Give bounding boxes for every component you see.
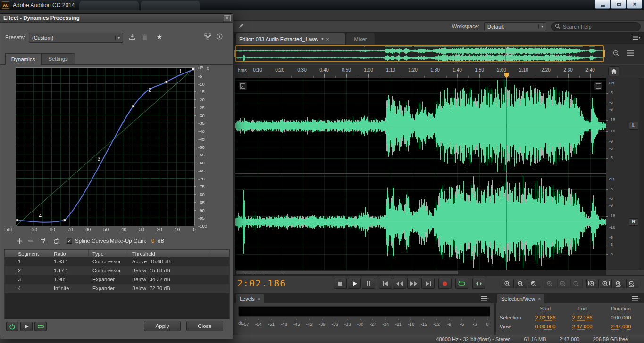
pause-button[interactable] [362, 278, 375, 289]
close-dialog-button[interactable]: Close [186, 321, 223, 331]
zoom-in-right-edge-button[interactable] [600, 279, 612, 288]
view-start-value[interactable]: 0:00.000 [527, 322, 564, 331]
delete-preset-icon[interactable] [142, 33, 148, 40]
preview-loop-button[interactable] [34, 322, 47, 331]
skip-to-start-button[interactable] [379, 278, 392, 289]
titlebar[interactable]: Au Adobe Audition CC 2014 × [0, 0, 644, 10]
spline-curves-checkbox[interactable]: ✓ [67, 238, 72, 244]
maximize-button[interactable] [611, 0, 626, 9]
overview-left-handle[interactable] [234, 50, 236, 57]
levels-panel-menu-icon[interactable] [481, 296, 489, 301]
selection-view-tab-close-icon[interactable]: × [538, 296, 541, 301]
invert-curve-icon[interactable] [39, 237, 49, 245]
zoom-full-button[interactable] [528, 279, 540, 288]
tab-settings[interactable]: Settings [41, 53, 75, 64]
display-options-icon[interactable] [626, 49, 635, 57]
segments-table-row[interactable]: 31.98:1ExpanderBelow -34.32 dB [5, 275, 229, 284]
vertical-zoom-strip[interactable] [639, 78, 644, 270]
dialog-titlebar[interactable]: Effect - Dynamics Processing × [0, 14, 233, 23]
zoom-vertical-out-button[interactable] [626, 279, 638, 288]
save-preset-icon[interactable] [129, 33, 135, 40]
tab-dynamics[interactable]: Dynamics [5, 53, 41, 65]
zoom-out-button[interactable] [515, 279, 527, 288]
dynamics-curve-plot[interactable]: 4321 [16, 68, 194, 226]
editor-tab-menu-arrow-icon[interactable]: ▾ [321, 37, 323, 41]
horizontal-scrollbar-handle[interactable] [236, 271, 458, 274]
favorite-star-icon[interactable]: ★ [156, 33, 162, 41]
bottom-panel-tab-strip: Levels × Selection/View × [234, 293, 644, 303]
channel-left-button[interactable]: L [629, 122, 638, 130]
db-scale-label: -9 [609, 235, 613, 240]
remove-point-icon[interactable] [26, 237, 35, 245]
close-button[interactable]: × [627, 0, 642, 9]
info-icon[interactable] [217, 33, 223, 40]
home-icon[interactable] [608, 66, 619, 76]
segments-table-row[interactable]: 4InfiniteExpanderBelow -72.70 dB [5, 284, 229, 293]
workspace-dropdown[interactable]: Default ▾ [484, 22, 546, 31]
tab-mixer[interactable]: Mixer [346, 33, 375, 44]
presets-dropdown[interactable]: (Custom) ▾ [29, 33, 123, 43]
selection-duration-value[interactable]: 0:00.000 [601, 313, 641, 322]
ruler-tick-mark [280, 74, 280, 78]
corner-grip-left-icon[interactable] [239, 82, 247, 90]
selection-panel-menu-icon[interactable] [632, 296, 640, 301]
overview-waveform-canvas[interactable] [235, 45, 604, 62]
graph-y-tick-label: -35 [198, 121, 205, 126]
record-button[interactable] [438, 278, 452, 289]
skip-selection-button[interactable] [472, 278, 485, 289]
minimize-button[interactable] [595, 0, 610, 9]
preset-flow-icon[interactable] [204, 33, 211, 40]
zoom-selection-button[interactable] [570, 279, 583, 288]
overview-right-handle[interactable] [603, 50, 605, 57]
timeline-ruler[interactable]: hms 0:100:200:300:400:501:001:101:201:30… [235, 65, 606, 78]
skip-to-end-button[interactable] [421, 278, 435, 289]
background-browser-tab[interactable] [79, 1, 139, 10]
selection-end-value[interactable]: 2:02.186 [564, 313, 601, 322]
loop-button[interactable] [455, 278, 468, 289]
apply-button[interactable]: Apply [144, 321, 181, 331]
graph-x-tick-label: -60 [84, 227, 91, 232]
dialog-close-icon[interactable]: × [224, 15, 231, 21]
zoom-in-button[interactable] [502, 279, 514, 288]
plot-x-unit-label: I dB [4, 227, 13, 232]
selection-start-value[interactable]: 2:02.186 [527, 313, 564, 322]
playhead-line[interactable] [506, 78, 507, 270]
channel-right-button[interactable]: R [629, 218, 638, 226]
background-browser-tab[interactable] [141, 1, 200, 10]
edit-tool-icon[interactable] [238, 23, 244, 30]
horizontal-scrollbar[interactable] [235, 270, 606, 275]
waveform-canvas[interactable] [235, 78, 606, 270]
view-duration-value[interactable]: 2:47.000 [601, 322, 641, 331]
play-button[interactable] [348, 278, 361, 289]
tab-levels[interactable]: Levels × [236, 294, 264, 303]
search-help-box[interactable] [551, 22, 641, 31]
zoom-selection-in-button[interactable] [544, 279, 556, 288]
corner-grip-right-icon[interactable] [594, 82, 602, 90]
segments-table-row[interactable]: 21.17:1CompressorBelow -15.68 dB [5, 266, 229, 275]
tab-editor[interactable]: Editor: 083 Audio Extracted_1.wav ▾ × [236, 33, 345, 44]
segment-number: 2 [5, 266, 50, 275]
search-help-input[interactable] [563, 24, 637, 30]
levels-meter[interactable] [238, 306, 490, 317]
zoom-vertical-in-button[interactable] [613, 279, 625, 288]
zoom-out-full-icon[interactable] [612, 49, 621, 58]
tab-selection-view[interactable]: Selection/View × [497, 294, 544, 303]
zoom-in-left-edge-button[interactable] [586, 279, 599, 288]
editor-tab-close-icon[interactable]: × [326, 37, 329, 41]
zoom-selection-out-button[interactable] [557, 279, 569, 288]
reset-curve-icon[interactable] [51, 237, 61, 245]
panel-menu-icon[interactable] [633, 36, 640, 41]
stop-button[interactable] [334, 278, 347, 289]
effect-power-toggle[interactable] [6, 322, 18, 331]
fast-forward-button[interactable] [407, 278, 420, 289]
view-end-value[interactable]: 2:47.000 [564, 322, 601, 331]
ruler-tick-mark [590, 74, 591, 78]
segments-table-row[interactable]: 11.93:1CompressorAbove -15.68 dB [5, 257, 229, 266]
add-point-icon[interactable] [15, 237, 24, 245]
makeup-gain-value[interactable]: 0 [151, 238, 154, 244]
dynamics-curve-svg[interactable]: 4321 [16, 68, 194, 226]
rewind-button[interactable] [393, 278, 406, 289]
preview-play-button[interactable] [20, 322, 33, 331]
time-display[interactable]: 2:02.186 [237, 278, 286, 289]
levels-tab-close-icon[interactable]: × [258, 296, 260, 301]
